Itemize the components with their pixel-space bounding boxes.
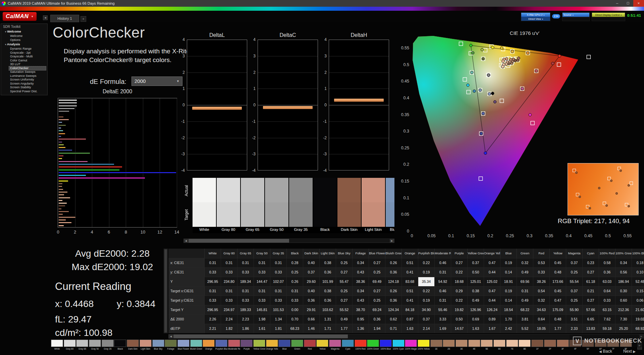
column-header-yellow-green[interactable]: Yellow Green <box>468 249 484 258</box>
patch-2e[interactable]: 2E <box>443 340 455 353</box>
table-cell[interactable]: 1.70 <box>500 315 517 324</box>
table-cell[interactable]: 0.33 <box>221 296 237 305</box>
table-cell[interactable]: 101.53 <box>270 305 287 314</box>
column-header-cyan[interactable]: Cyan <box>583 249 599 258</box>
minimize-button[interactable]: ─ <box>612 0 623 7</box>
table-cell[interactable]: 0.47 <box>550 296 566 305</box>
table-cell[interactable]: 0.33 <box>254 296 270 305</box>
table-cell[interactable]: 0.19 <box>418 268 435 277</box>
column-header-purplish-blue[interactable]: Purplish Blue <box>418 249 435 258</box>
table-cell[interactable]: 18.05 <box>533 324 550 333</box>
table-cell[interactable]: 0.21 <box>583 287 599 296</box>
table-cell[interactable]: 125.02 <box>484 277 500 286</box>
swatch-gray-50[interactable]: Gray 50 <box>265 178 288 233</box>
table-cell[interactable]: 2.24 <box>221 315 237 324</box>
patch-cyan[interactable]: Cyan <box>342 340 354 353</box>
patch-dark-skin[interactable]: Dark Skin <box>127 340 139 353</box>
table-cell[interactable]: 0.50 <box>468 268 484 277</box>
patch-bluish-green[interactable]: Bluish Green <box>190 340 202 353</box>
swatch-white[interactable]: White <box>193 178 216 233</box>
patch-100-red[interactable]: 100% Red <box>355 340 367 353</box>
sidebar-item-welcome[interactable]: Welcome <box>9 34 46 38</box>
table-cell[interactable]: 6.65 <box>583 315 599 324</box>
table-cell[interactable]: 0.33 <box>287 296 303 305</box>
table-cell[interactable]: 1.82 <box>221 324 237 333</box>
table-cell[interactable]: 0.46 <box>435 287 451 296</box>
patch-gray-80[interactable]: Gray 80 <box>64 340 76 353</box>
column-header-gray-35[interactable]: Gray 35 <box>270 249 287 258</box>
table-cell[interactable]: 0.31 <box>435 296 451 305</box>
scroll-right-arrow[interactable]: ▶ <box>390 239 394 243</box>
table-cell[interactable]: 1.69 <box>435 324 451 333</box>
table-cell[interactable]: 0.19 <box>500 287 517 296</box>
scrollbar[interactable]: ◀▶ <box>183 239 394 243</box>
table-cell[interactable]: 1.81 <box>270 324 287 333</box>
patch-6e[interactable]: 6E <box>493 340 505 353</box>
table-cell[interactable]: 0.37 <box>468 258 484 267</box>
column-header-white[interactable]: White <box>205 249 221 258</box>
table-cell[interactable]: 0.36 <box>385 296 402 305</box>
column-header-blue-flower[interactable]: Blue Flower <box>369 249 385 258</box>
table-cell[interactable]: 0.33 <box>205 268 221 277</box>
table-cell[interactable]: 234.97 <box>221 305 237 314</box>
sidebar-item-options[interactable]: Options <box>9 38 46 42</box>
table-cell[interactable]: 296.95 <box>205 305 221 314</box>
column-header-light-skin[interactable]: Light Skin <box>320 249 336 258</box>
column-header-magenta[interactable]: Magenta <box>566 249 583 258</box>
table-cell[interactable]: 0.43 <box>353 296 369 305</box>
table-cell[interactable]: 0.26 <box>385 258 402 267</box>
column-header-orange[interactable]: Orange <box>402 249 418 258</box>
column-header-gray-80[interactable]: Gray 80 <box>221 249 237 258</box>
table-cell[interactable]: 0.27 <box>369 287 385 296</box>
table-cell[interactable]: 0.15 <box>632 287 644 296</box>
table-cell[interactable]: 34.90 <box>418 305 435 314</box>
patch-blue-sky[interactable]: Blue Sky <box>152 340 164 353</box>
swatch-blue-sky[interactable]: Blue Sky <box>386 178 394 233</box>
table-cell[interactable]: 0.06 <box>632 296 644 305</box>
table-cell[interactable]: 0.31 <box>237 287 254 296</box>
patch-100-green[interactable]: 100% Green <box>367 340 379 353</box>
sidebar-item-screen-angularity[interactable]: Screen Angularity <box>9 82 46 86</box>
table-cell[interactable]: 0.33 <box>237 268 254 277</box>
table-cell[interactable]: 125.01 <box>468 277 484 286</box>
table-cell[interactable]: 0.34 <box>353 287 369 296</box>
table-cell[interactable]: 0.23 <box>583 258 599 267</box>
table-cell[interactable]: 1.67 <box>484 324 500 333</box>
table-cell[interactable]: 0.33 <box>270 268 287 277</box>
column-header-100-blue[interactable]: 100% Blue <box>632 249 644 258</box>
patch-orange-yellow[interactable]: Orange Yellow <box>266 340 278 353</box>
table-cell[interactable]: 69.24 <box>369 305 385 314</box>
close-button[interactable]: ✕ <box>633 0 644 7</box>
table-cell[interactable]: 2.21 <box>205 324 221 333</box>
table-cell[interactable]: 0.51 <box>402 287 418 296</box>
table-cell[interactable]: 21.60 <box>632 305 644 314</box>
table-cell[interactable]: 0.37 <box>418 315 435 324</box>
sidebar-item-color-gamut[interactable]: Color Gamut <box>9 59 46 63</box>
patch-blue-flower[interactable]: Blue Flower <box>177 340 190 353</box>
table-cell[interactable]: 126.96 <box>468 305 484 314</box>
table-cell[interactable]: 0.43 <box>353 268 369 277</box>
table-cell[interactable]: 63.03 <box>599 277 615 286</box>
table-cell[interactable]: 0.41 <box>402 268 418 277</box>
table-cell[interactable]: 1.77 <box>550 324 566 333</box>
table-cell[interactable]: 1.61 <box>254 324 270 333</box>
table-cell[interactable]: 55.90 <box>566 305 583 314</box>
table-cell[interactable]: 0.36 <box>320 268 336 277</box>
sidebar-item-spectral-power-dist[interactable]: Spectral Power Dist. <box>9 90 46 94</box>
patch-1e[interactable]: 1E <box>430 340 442 353</box>
table-cell[interactable]: 0.36 <box>369 315 385 324</box>
swatch-gray-65[interactable]: Gray 65 <box>241 178 264 233</box>
table-cell[interactable]: 0.10 <box>632 268 644 277</box>
table-cell[interactable]: 0.33 <box>270 296 287 305</box>
table-cell[interactable]: 19.02 <box>632 315 644 324</box>
patch-gray-35[interactable]: Gray 35 <box>102 340 114 353</box>
table-cell[interactable]: 83.68 <box>402 277 418 286</box>
table-cell[interactable]: 0.19 <box>418 296 435 305</box>
table-cell[interactable]: 124.18 <box>385 277 402 286</box>
column-header-purple[interactable]: Purple <box>451 249 468 258</box>
table-cell[interactable]: 0.64 <box>599 287 615 296</box>
sidebar-item-grayscale-multi[interactable]: Grayscale - Multi <box>9 55 46 59</box>
table-cell[interactable]: 0.27 <box>583 268 599 277</box>
patch-purple[interactable]: Purple <box>240 340 253 353</box>
table-cell[interactable]: 0.33 <box>533 268 550 277</box>
